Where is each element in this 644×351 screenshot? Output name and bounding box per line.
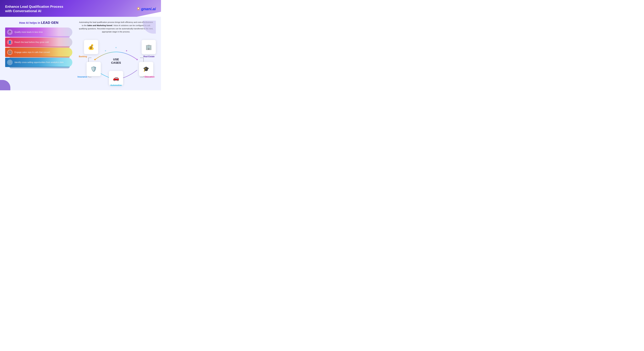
use-cases-center: USE CASES <box>111 58 121 64</box>
ribbon-text-4: Identify cross-selling opportunities fro… <box>14 61 64 64</box>
ribbon-icon-2: 👤 <box>7 40 13 45</box>
banking-label: Banking <box>79 56 87 58</box>
insurance-icon: 🛡️ <box>90 66 97 72</box>
banking-icon: 💰 <box>88 44 94 50</box>
ribbon-text-1: Qualify more leads In less time <box>14 31 43 33</box>
use-cases-label-line2: CASES <box>111 61 121 64</box>
svg-point-4 <box>116 47 116 48</box>
insurance-card: 🛡️ <box>86 62 101 76</box>
lead-gen-subtitle: How AI helps in <box>19 21 41 24</box>
education-label: Education <box>144 76 154 78</box>
logo-icon <box>136 6 141 11</box>
ribbon-text-2: Reach the lead before they grow cold <box>14 41 49 44</box>
use-cases-label-line1: USE <box>111 58 121 61</box>
svg-point-3 <box>105 50 106 51</box>
svg-point-5 <box>126 50 127 51</box>
ribbon-list: ⏱ Qualify more leads In less time 👤 Reac… <box>5 28 72 67</box>
education-card: 🎓 <box>139 62 153 76</box>
automotive-icon: 🚗 <box>113 76 119 80</box>
header: Enhance Lead Qualification Process with … <box>0 0 161 17</box>
svg-point-2 <box>94 59 96 60</box>
ribbon-icon-3: 🎧 <box>7 50 13 55</box>
left-section: How AI helps in LEAD GEN ⏱ Qualify more … <box>5 21 72 86</box>
real-estate-card: 🏢 <box>142 40 156 54</box>
description-bold: Sales and Marketing funnel <box>87 24 112 26</box>
automotive-label: Automotive <box>110 84 122 86</box>
education-icon: 🎓 <box>143 66 149 72</box>
main-content: How AI helps in LEAD GEN ⏱ Qualify more … <box>0 17 161 90</box>
use-cases-diagram: USE CASES 💰 Banking 🏢 Real Estate 🛡️ Ins… <box>76 37 156 86</box>
lead-gen-bold: LEAD GEN <box>41 21 58 24</box>
header-title: Enhance Lead Qualification Process with … <box>5 4 70 13</box>
logo-text: gnani.ai <box>141 7 156 11</box>
real-estate-label: Real Estate <box>144 56 154 58</box>
ribbon-icon-1: ⏱ <box>7 29 13 35</box>
automotive-card: 🚗 <box>109 71 123 85</box>
ribbon-item-2: 👤 Reach the lead before they grow cold <box>5 38 72 47</box>
banking-card: 💰 <box>84 40 98 54</box>
real-estate-icon: 🏢 <box>146 44 152 50</box>
logo: gnani.ai <box>136 6 156 11</box>
insurance-label: Insurance <box>78 76 87 78</box>
ribbon-item-4: 🛒 Identify cross-selling opportunities f… <box>5 58 72 67</box>
ribbon-icon-4: 🛒 <box>7 60 13 65</box>
ribbon-text-3: Engage sales reps In calls that convert <box>14 51 50 54</box>
right-section: Automating the lead qualification proces… <box>76 21 156 86</box>
svg-point-1 <box>138 8 139 9</box>
lead-gen-heading: How AI helps in LEAD GEN <box>5 21 72 25</box>
ribbon-item-1: ⏱ Qualify more leads In less time <box>5 28 72 37</box>
ribbon-item-3: 🎧 Engage sales reps In calls that conver… <box>5 48 72 57</box>
svg-point-6 <box>136 59 138 60</box>
